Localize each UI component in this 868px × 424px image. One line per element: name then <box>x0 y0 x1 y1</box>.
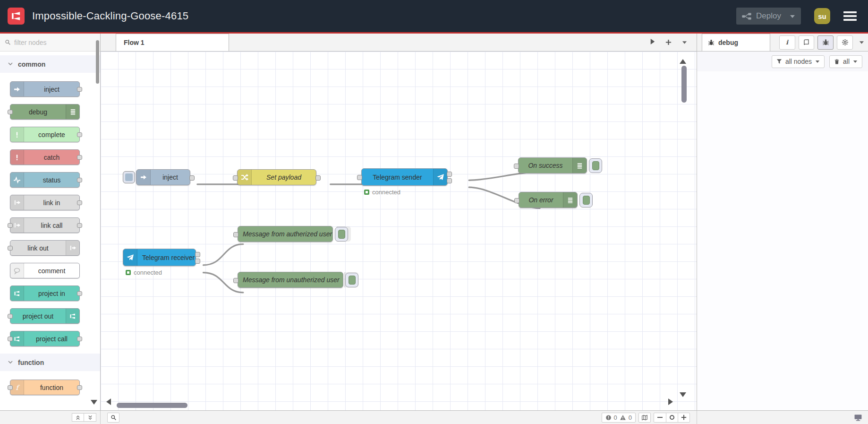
zoom-reset-button[interactable] <box>666 413 678 422</box>
shuffle-icon <box>238 170 252 185</box>
main-menu-button[interactable] <box>843 11 857 21</box>
inject-trigger-button[interactable] <box>123 171 135 183</box>
zoom-in-button[interactable] <box>678 413 689 422</box>
port-output[interactable] <box>77 385 82 390</box>
flow-node-set-payload[interactable]: Set payload <box>237 169 316 185</box>
debug-enable-toggle[interactable] <box>589 158 602 173</box>
port-input[interactable] <box>8 314 13 319</box>
palette-search[interactable] <box>0 34 100 52</box>
port-output[interactable] <box>77 291 82 296</box>
port-input[interactable] <box>233 232 238 237</box>
debug-messages-panel[interactable] <box>697 71 868 410</box>
sidebar-menu-caret-icon[interactable] <box>859 40 864 44</box>
debug-filter-label: all nodes <box>785 58 812 65</box>
footer: 0 0 <box>0 410 868 424</box>
sidebar-config-button[interactable] <box>837 35 853 50</box>
port-output[interactable] <box>447 172 452 177</box>
palette-node-debug[interactable]: debug <box>10 104 80 120</box>
debug-clear-button[interactable]: all <box>829 55 862 68</box>
palette-node-link-out[interactable]: link out <box>10 240 80 256</box>
port-input[interactable] <box>8 337 13 341</box>
port-output[interactable] <box>447 178 452 183</box>
canvas-vscrollbar-thumb[interactable] <box>681 66 687 103</box>
palette-node-project-out[interactable]: project out <box>10 308 80 324</box>
user-avatar[interactable]: su <box>814 8 830 24</box>
port-output[interactable] <box>77 178 82 182</box>
flow-node-tg-receiver[interactable]: Telegram receiverconnected <box>123 249 196 266</box>
wire[interactable] <box>203 244 243 265</box>
canvas-scroll-down-button[interactable] <box>680 390 686 399</box>
sidebar-info-button[interactable]: i <box>779 35 795 50</box>
port-output[interactable] <box>195 259 200 264</box>
port-input[interactable] <box>233 175 238 181</box>
debug-enable-toggle[interactable] <box>345 273 358 287</box>
port-output[interactable] <box>77 132 82 137</box>
flow-node-on-error[interactable]: On error <box>519 192 578 208</box>
palette-node-catch[interactable]: catch <box>10 149 80 165</box>
zoom-out-button[interactable] <box>654 413 666 422</box>
debug-filter-button[interactable]: all nodes <box>772 55 825 68</box>
add-flow-button[interactable] <box>665 39 672 45</box>
palette-node-comment[interactable]: comment <box>10 263 80 278</box>
palette-category-common[interactable]: common <box>0 55 100 73</box>
sidebar-debug-button[interactable] <box>817 35 834 50</box>
canvas-scroll-right-button[interactable] <box>668 398 673 407</box>
palette-search-input[interactable] <box>14 39 85 46</box>
tab-debug[interactable]: debug <box>702 34 770 51</box>
navigator-map-button[interactable] <box>638 413 651 423</box>
palette-node-project-call[interactable]: project call <box>10 331 80 346</box>
arrow-in-icon <box>10 82 24 96</box>
flow-node-msg-unauth[interactable]: Message from unautherized user <box>238 272 343 288</box>
port-output[interactable] <box>77 87 82 92</box>
port-output[interactable] <box>315 175 321 181</box>
port-input[interactable] <box>233 278 238 283</box>
port-input[interactable] <box>8 110 13 114</box>
palette-node-complete[interactable]: complete <box>10 127 80 142</box>
flow-node-tg-sender[interactable]: Telegram senderconnected <box>361 168 448 186</box>
palette-node-status[interactable]: status <box>10 172 80 188</box>
palette-node-link-call[interactable]: link call <box>10 217 80 233</box>
port-output[interactable] <box>77 337 82 341</box>
port-output[interactable] <box>77 155 82 160</box>
monitor-icon[interactable] <box>854 414 862 422</box>
flow-node-on-success[interactable]: On success <box>518 157 587 173</box>
port-input[interactable] <box>357 175 362 180</box>
palette-scroll-down-icon[interactable] <box>91 398 97 407</box>
port-input[interactable] <box>514 198 519 203</box>
debug-enable-toggle[interactable] <box>335 227 348 242</box>
notification-counts[interactable]: 0 0 <box>602 413 636 423</box>
deploy-button[interactable]: Deploy <box>736 8 801 25</box>
palette-node-project-in[interactable]: project in <box>10 286 80 301</box>
tab-flow-1[interactable]: Flow 1 <box>116 34 229 51</box>
canvas-scroll-up-button[interactable] <box>680 57 686 66</box>
debug-enable-toggle[interactable] <box>579 193 593 208</box>
flow-node-label: inject <box>151 170 190 185</box>
flow-menu-caret-icon[interactable] <box>682 40 687 44</box>
palette-category-function[interactable]: function <box>0 354 100 371</box>
flow-node-msg-auth[interactable]: Message from autherized user <box>238 226 333 242</box>
flow-node-inject[interactable]: inject <box>136 169 190 185</box>
palette-scrollbar-thumb[interactable] <box>96 40 99 84</box>
palette-node-link-in[interactable]: link in <box>10 195 80 210</box>
palette-collapse-all-button[interactable] <box>72 413 84 422</box>
port-input[interactable] <box>8 246 13 251</box>
port-output[interactable] <box>189 175 195 181</box>
flow-list-button[interactable] <box>650 38 655 47</box>
palette-node-function[interactable]: ffunction <box>10 380 80 395</box>
port-input[interactable] <box>8 385 13 390</box>
palette-expand-all-button[interactable] <box>84 413 96 422</box>
port-output[interactable] <box>77 200 82 205</box>
canvas-scroll-left-button[interactable] <box>106 398 111 407</box>
canvas-hscrollbar-thumb[interactable] <box>117 403 187 408</box>
flow-canvas[interactable]: injectSet payloadTelegram senderconnecte… <box>101 52 697 410</box>
port-input[interactable] <box>514 164 519 169</box>
sidebar-help-button[interactable] <box>799 35 815 50</box>
chevron-down-icon <box>8 62 13 66</box>
palette-node-inject[interactable]: inject <box>10 81 80 97</box>
port-input[interactable] <box>8 223 13 228</box>
port-output[interactable] <box>195 252 200 257</box>
port-output[interactable] <box>77 223 82 228</box>
palette-category-list: ffunction <box>0 380 100 395</box>
search-flows-button[interactable] <box>107 413 119 423</box>
deploy-options-caret-icon[interactable] <box>790 14 795 18</box>
